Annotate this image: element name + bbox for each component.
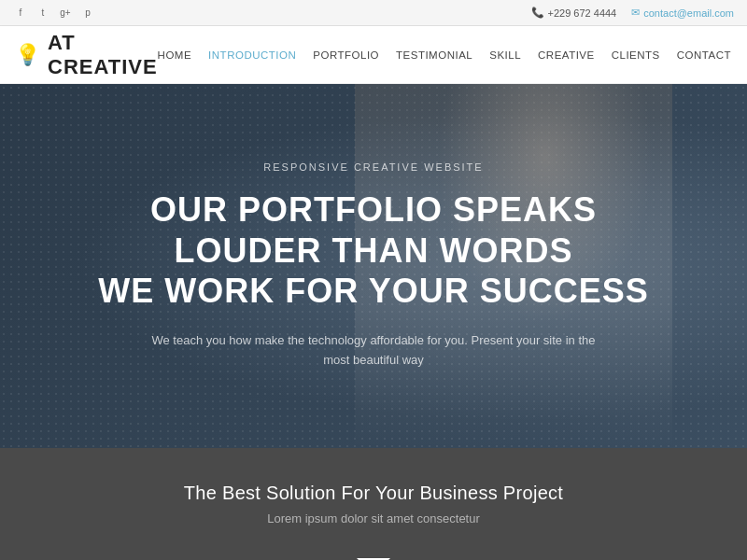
contact-info: 📞 +229 672 4444 ✉ contact@email.com xyxy=(531,7,734,19)
pinterest-icon[interactable]: p xyxy=(80,6,95,21)
facebook-icon[interactable]: f xyxy=(13,6,28,21)
twitter-icon[interactable]: t xyxy=(35,6,50,21)
bottom-subtitle: Lorem ipsum dolor sit amet consectetur xyxy=(267,511,480,525)
nav-creative[interactable]: CREATIVE xyxy=(538,49,595,61)
email-info: ✉ contact@email.com xyxy=(631,7,734,19)
hero-section: RESPONSIVE CREATIVE WEBSITE OUR PORTFOLI… xyxy=(0,84,747,448)
main-nav: HOME INTRODUCTION PORTFOLIO TESTIMONIAL … xyxy=(158,45,747,64)
nav-testimonial[interactable]: TESTIMONIAL xyxy=(396,49,472,61)
bottom-section: The Best Solution For Your Business Proj… xyxy=(0,448,747,560)
email-icon: ✉ xyxy=(631,7,640,19)
google-icon[interactable]: g+ xyxy=(58,6,73,21)
hero-title-line2: WE WORK FOR YOUR SUCCESS xyxy=(98,272,648,310)
hero-description: We teach you how make the technology aff… xyxy=(140,331,607,371)
nav-home[interactable]: HOME xyxy=(158,49,192,61)
nav-skill[interactable]: SKILL xyxy=(489,49,521,61)
social-links: f t g+ p xyxy=(13,6,95,21)
hero-subtitle: RESPONSIVE CREATIVE WEBSITE xyxy=(75,161,672,173)
header: 💡 AT CREATIVE HOME INTRODUCTION PORTFOLI… xyxy=(0,26,747,84)
bottom-title: The Best Solution For Your Business Proj… xyxy=(184,483,563,504)
hero-title-line1: OUR PORTFOLIO SPEAKS LOUDER THAN WORDS xyxy=(150,190,597,269)
phone-icon: 📞 xyxy=(531,7,544,19)
phone-number: +229 672 4444 xyxy=(548,7,617,19)
logo-icon: 💡 xyxy=(15,43,40,67)
nav-portfolio[interactable]: PORTFOLIO xyxy=(313,49,379,61)
top-bar: f t g+ p 📞 +229 672 4444 ✉ contact@email… xyxy=(0,0,747,26)
nav-contact[interactable]: CONTACT xyxy=(677,49,731,61)
logo[interactable]: 💡 AT CREATIVE xyxy=(15,31,158,79)
hero-title: OUR PORTFOLIO SPEAKS LOUDER THAN WORDS W… xyxy=(75,189,672,311)
logo-text: AT CREATIVE xyxy=(48,31,158,79)
hero-content: RESPONSIVE CREATIVE WEBSITE OUR PORTFOLI… xyxy=(56,161,691,370)
nav-introduction[interactable]: INTRODUCTION xyxy=(208,49,296,61)
email-address: contact@email.com xyxy=(643,7,734,19)
phone-info: 📞 +229 672 4444 xyxy=(531,7,617,19)
nav-clients[interactable]: CLIENTS xyxy=(612,49,660,61)
